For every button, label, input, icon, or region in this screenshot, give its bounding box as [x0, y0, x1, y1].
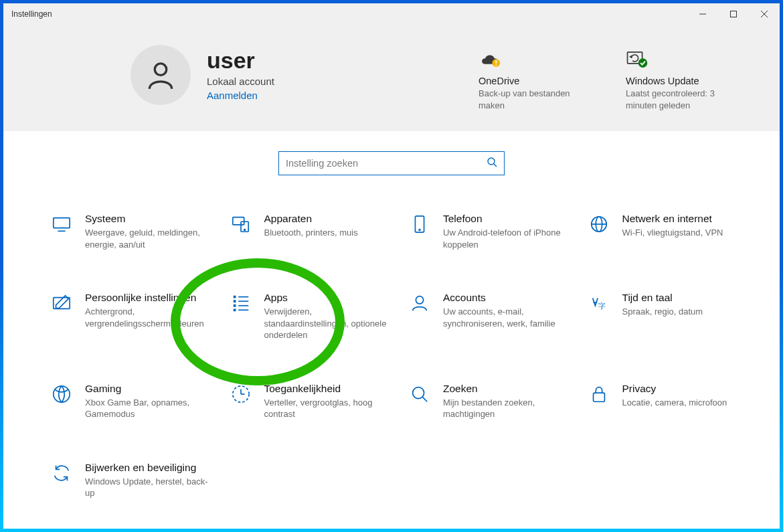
category-accounts[interactable]: Accounts Uw accounts, e-mail, synchronis…: [408, 292, 574, 341]
svg-rect-28: [233, 296, 236, 298]
category-desc: Wi-Fi, vliegtuigstand, VPN: [622, 227, 723, 239]
titlebar: Instellingen: [3, 3, 780, 25]
svg-point-19: [419, 230, 420, 231]
system-icon: [50, 213, 73, 234]
category-desc: Uw accounts, e-mail, synchroniseren, wer…: [443, 306, 570, 329]
category-network[interactable]: Netwerk en internet Wi-Fi, vliegtuigstan…: [588, 213, 754, 250]
category-title: Toegankelijkheid: [264, 383, 392, 395]
search-box[interactable]: [278, 151, 505, 175]
svg-point-35: [54, 386, 70, 402]
status-cards: OneDrive Back-up van bestanden maken Win…: [478, 45, 733, 111]
maximize-button[interactable]: [718, 3, 749, 25]
category-devices[interactable]: Apparaten Bluetooth, printers, muis: [230, 213, 396, 250]
category-desc: Windows Update, herstel, back-up: [85, 476, 212, 499]
windows-update-icon: [626, 48, 733, 72]
svg-marker-9: [629, 55, 632, 58]
svg-point-10: [638, 58, 648, 68]
category-title: Systeem: [85, 213, 212, 225]
category-gaming[interactable]: Gaming Xbox Game Bar, opnames, Gamemodus: [50, 383, 216, 420]
category-apps[interactable]: Apps Verwijderen, standaardinstellingen,…: [230, 292, 396, 341]
svg-rect-6: [496, 60, 497, 64]
header-area: user Lokaal account Aanmelden OneDrive B…: [3, 25, 780, 131]
avatar: [130, 45, 191, 105]
status-onedrive-sub: Back-up van bestanden maken: [478, 88, 586, 111]
svg-rect-1: [731, 11, 737, 17]
status-onedrive[interactable]: OneDrive Back-up van bestanden maken: [478, 48, 586, 111]
svg-point-32: [416, 296, 423, 304]
status-update-sub: Laatst gecontroleerd: 3 minuten geleden: [626, 88, 733, 111]
svg-point-17: [244, 230, 245, 231]
category-desc: Weergave, geluid, meldingen, energie, aa…: [85, 227, 212, 250]
devices-icon: [230, 213, 252, 234]
category-desc: Verwijderen, standaardinstellingen, opti…: [264, 306, 392, 341]
category-title: Telefoon: [443, 213, 570, 225]
time-language-icon: 字: [588, 292, 610, 313]
apps-icon: [230, 292, 252, 313]
account-text: user Lokaal account Aanmelden: [207, 49, 274, 101]
account-block[interactable]: user Lokaal account Aanmelden: [130, 45, 274, 105]
status-onedrive-title: OneDrive: [478, 76, 586, 86]
search-category-icon: [408, 383, 431, 404]
accounts-icon: [408, 292, 431, 313]
category-time-language[interactable]: 字 Tijd en taal Spraak, regio, datum: [588, 292, 754, 341]
close-button[interactable]: [749, 3, 780, 25]
category-search[interactable]: Zoeken Mijn bestanden zoeken, machtiging…: [408, 383, 574, 420]
category-personalization[interactable]: Persoonlijke instellingen Achtergrond, v…: [50, 292, 216, 341]
category-title: Persoonlijke instellingen: [85, 292, 212, 304]
category-desc: Bluetooth, printers, muis: [264, 227, 358, 239]
category-system[interactable]: Systeem Weergave, geluid, meldingen, ene…: [50, 213, 216, 250]
account-type: Lokaal account: [207, 76, 274, 87]
status-update-title: Windows Update: [626, 76, 733, 86]
category-title: Gaming: [85, 383, 212, 395]
window-title: Instellingen: [11, 9, 52, 19]
username: user: [207, 49, 274, 72]
search-input[interactable]: [286, 158, 487, 169]
category-title: Bijwerken en beveiliging: [85, 462, 212, 474]
category-desc: Mijn bestanden zoeken, machtigingen: [443, 397, 570, 420]
svg-point-39: [413, 387, 424, 399]
category-desc: Verteller, vergrootglas, hoog contrast: [264, 397, 392, 420]
category-title: Privacy: [622, 383, 727, 395]
personalization-icon: [50, 292, 73, 313]
ease-of-access-icon: [230, 383, 252, 404]
update-security-icon: [50, 462, 73, 483]
category-phone[interactable]: Telefoon Uw Android-telefoon of iPhone k…: [408, 213, 574, 250]
svg-rect-30: [233, 304, 236, 307]
signin-link[interactable]: Aanmelden: [207, 90, 274, 101]
category-ease-of-access[interactable]: Toegankelijkheid Verteller, vergrootglas…: [230, 383, 396, 420]
category-desc: Uw Android-telefoon of iPhone koppelen: [443, 227, 570, 250]
window-controls: [687, 3, 780, 25]
svg-rect-29: [233, 300, 236, 303]
minimize-button[interactable]: [687, 3, 718, 25]
category-title: Netwerk en internet: [622, 213, 723, 225]
svg-line-12: [494, 164, 497, 167]
category-desc: Locatie, camera, microfoon: [622, 397, 727, 409]
gaming-icon: [50, 383, 73, 404]
status-windows-update[interactable]: Windows Update Laatst gecontroleerd: 3 m…: [626, 48, 733, 111]
category-title: Tijd en taal: [622, 292, 703, 304]
network-icon: [588, 213, 610, 234]
search-area: [3, 131, 780, 193]
svg-rect-7: [496, 65, 497, 66]
onedrive-icon: [478, 48, 586, 72]
category-privacy[interactable]: Privacy Locatie, camera, microfoon: [588, 383, 754, 420]
categories-grid: Systeem Weergave, geluid, meldingen, ene…: [50, 213, 753, 499]
search-icon: [487, 157, 497, 170]
svg-text:字: 字: [598, 302, 606, 310]
category-update-security[interactable]: Bijwerken en beveiliging Windows Update,…: [50, 462, 216, 499]
category-title: Zoeken: [443, 383, 570, 395]
category-title: Apparaten: [264, 213, 358, 225]
svg-rect-13: [54, 218, 70, 228]
phone-icon: [408, 213, 431, 234]
svg-rect-31: [233, 309, 236, 312]
svg-point-4: [155, 64, 167, 76]
privacy-icon: [588, 383, 610, 404]
category-title: Apps: [264, 292, 392, 304]
category-desc: Xbox Game Bar, opnames, Gamemodus: [85, 397, 212, 420]
category-desc: Achtergrond, vergrendelingsscherm, kleur…: [85, 306, 212, 329]
settings-window: Instellingen user Lokaal account Aanmeld…: [3, 3, 780, 529]
svg-rect-41: [593, 393, 604, 402]
svg-point-11: [488, 158, 495, 165]
category-desc: Spraak, regio, datum: [622, 306, 703, 318]
category-title: Accounts: [443, 292, 570, 304]
